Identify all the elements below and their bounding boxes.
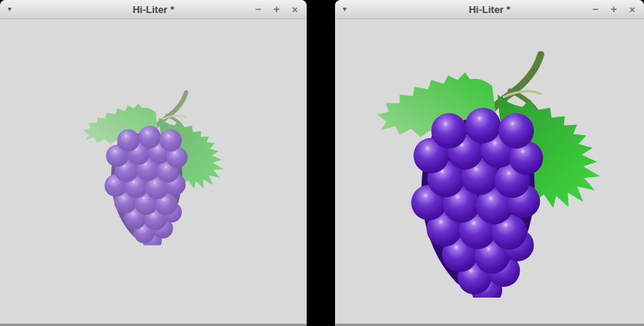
hiliter-window-right: ▾ Hi-Liter * − + × — [335, 0, 644, 326]
hiliter-window-left: ▾ Hi-Liter * − + × — [0, 0, 307, 326]
canvas-area[interactable] — [335, 20, 644, 324]
close-button[interactable]: × — [289, 5, 301, 15]
window-title: Hi-Liter * — [468, 4, 510, 15]
window-controls: − + × — [590, 0, 638, 18]
window-menu-icon[interactable]: ▾ — [343, 5, 347, 13]
window-menu-icon[interactable]: ▾ — [8, 5, 12, 13]
titlebar[interactable]: ▾ Hi-Liter * − + × — [0, 0, 307, 19]
maximize-button[interactable]: + — [608, 4, 619, 15]
titlebar[interactable]: ▾ Hi-Liter * − + × — [335, 0, 644, 19]
canvas-area[interactable] — [0, 20, 307, 324]
grapes-illustration-faded — [81, 90, 227, 245]
maximize-button[interactable]: + — [271, 4, 282, 15]
minimize-button[interactable]: − — [252, 4, 264, 15]
close-button[interactable]: × — [626, 5, 638, 15]
window-title: Hi-Liter * — [133, 4, 174, 15]
window-controls: − + × — [252, 0, 301, 18]
grapes-illustration-vivid — [374, 51, 606, 298]
minimize-button[interactable]: − — [590, 4, 601, 15]
